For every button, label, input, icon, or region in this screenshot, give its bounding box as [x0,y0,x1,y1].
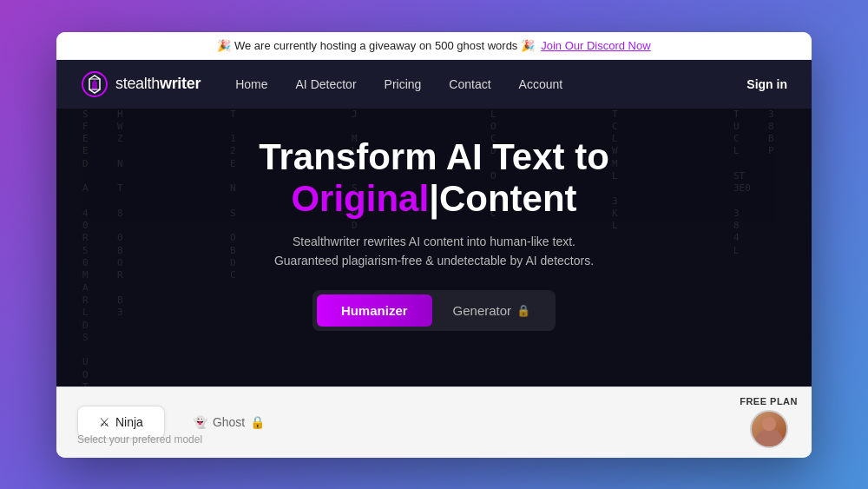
logo-text: stealthwriter [115,75,201,93]
discord-link[interactable]: Join Our Discord Now [541,39,650,52]
hero-buttons: Humanizer Generator 🔒 [312,290,556,331]
avatar [750,410,788,448]
bottom-panel: ⚔ Ninja 👻 Ghost 🔒 Select your prefered m… [56,387,812,458]
ninja-label: Ninja [115,415,143,429]
free-plan-text: FREE PLAN [740,396,798,406]
nav-link-contact[interactable]: Contact [449,77,490,91]
announcement-text: 🎉 We are currently hosting a giveaway on… [217,39,535,52]
humanizer-button[interactable]: Humanizer [317,294,432,327]
nav-link-pricing[interactable]: Pricing [385,77,422,91]
hero-title: Transform AI Text to Original|Content [259,136,609,221]
nav-link-account[interactable]: Account [519,77,563,91]
ghost-label: Ghost [213,415,245,429]
announcement-bar: 🎉 We are currently hosting a giveaway on… [56,32,812,60]
generator-lock-icon: 🔒 [516,304,530,317]
hero-content: Transform AI Text to Original|Content St… [259,136,609,331]
ghost-lock-icon: 🔒 [250,415,265,429]
nav-link-ai-detector[interactable]: AI Detector [296,77,357,91]
logo: stealthwriter [81,70,201,98]
navbar: stealthwriter Home AI Detector Pricing C… [56,60,812,109]
free-plan-badge: FREE PLAN [740,396,798,448]
browser-window: 🎉 We are currently hosting a giveaway on… [56,32,812,458]
ghost-icon: 👻 [193,415,207,429]
logo-icon [81,70,108,98]
generator-button[interactable]: Generator 🔒 [432,294,552,327]
nav-link-home[interactable]: Home [235,77,267,91]
sign-in-link[interactable]: Sign in [746,77,787,91]
model-hint: Select your prefered model [77,433,202,446]
hero-subtitle: Stealthwriter rewrites AI content into h… [259,232,609,271]
ninja-icon: ⚔ [99,415,110,429]
hero-section: SFEEDA40R50MARLDSUOT HWZNT808ORB3 T12ENS… [56,109,812,387]
nav-links: Home AI Detector Pricing Contact Account [235,77,746,91]
